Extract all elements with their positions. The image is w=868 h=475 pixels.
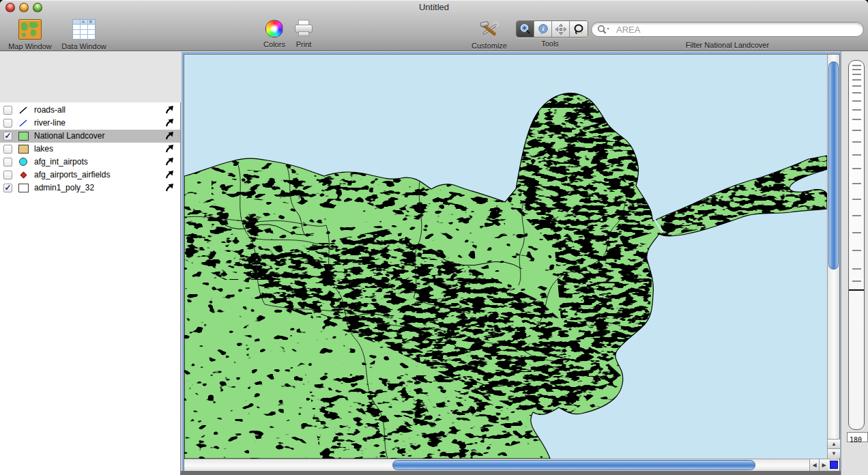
tools-group: Tools: [532, 40, 568, 48]
vertical-scrollbar[interactable]: ▲ ▼: [827, 55, 839, 459]
open-in-window-icon[interactable]: [165, 170, 174, 179]
layers-sidebar: roads-all river-line: [0, 102, 181, 475]
vertical-scrollbar-thumb[interactable]: [828, 61, 839, 270]
scroll-up-button[interactable]: ▲: [828, 439, 840, 448]
open-in-window-icon[interactable]: [165, 105, 174, 115]
scale-slider[interactable]: [848, 60, 865, 430]
zoom-tool-button[interactable]: [517, 21, 534, 37]
layer-name: lakes: [34, 144, 53, 154]
layer-checkbox[interactable]: [3, 171, 12, 179]
search-menu-arrow-icon: [607, 28, 609, 30]
titlebar[interactable]: Untitled: [0, 0, 868, 15]
layer-list: roads-all river-line: [0, 102, 180, 195]
tools-label: Tools: [541, 40, 559, 48]
scale-value-input[interactable]: [848, 435, 867, 444]
print-button[interactable]: Print: [292, 20, 315, 48]
search-icon[interactable]: [597, 25, 612, 35]
scroll-right-button[interactable]: ▶: [819, 459, 828, 471]
grow-box[interactable]: [830, 461, 838, 469]
line-symbol-icon: [18, 118, 29, 128]
layer-checkbox[interactable]: ✓: [3, 132, 12, 141]
layer-row-roads-all[interactable]: roads-all: [0, 104, 180, 117]
open-in-window-icon[interactable]: [165, 157, 174, 167]
data-window-button[interactable]: AB Data Window: [59, 19, 109, 51]
open-in-window-icon[interactable]: [165, 118, 174, 128]
data-window-label: Data Window: [59, 42, 109, 51]
layer-row-afg-int-airpots[interactable]: afg_int_airpots: [0, 156, 180, 169]
layer-checkbox[interactable]: [3, 158, 12, 167]
layer-row-admin1-poly-32[interactable]: ✓ admin1_poly_32: [0, 182, 180, 195]
horizontal-scrollbar[interactable]: ◀ ▶: [184, 459, 839, 471]
scroll-down-button[interactable]: ▼: [828, 448, 840, 458]
open-in-window-icon[interactable]: [165, 183, 174, 192]
print-label: Print: [292, 40, 315, 48]
layer-name: admin1_poly_32: [34, 183, 94, 192]
colors-label: Colors: [261, 40, 288, 48]
customize-label: Customize: [469, 42, 509, 50]
point-swatch-icon: [19, 158, 27, 166]
layer-checkbox[interactable]: [3, 145, 12, 154]
map-viewport[interactable]: [184, 55, 827, 459]
scale-panel: [841, 51, 868, 475]
info-tool-button[interactable]: i: [534, 21, 552, 37]
app-window: Untitled Map Window AB Data Window Co: [0, 0, 868, 475]
data-window-icon: AB: [72, 19, 96, 40]
polygon-swatch-icon: [18, 184, 29, 192]
layer-row-river-line[interactable]: river-line: [0, 117, 180, 130]
color-wheel-icon: [265, 20, 283, 38]
layer-row-afg-airports-airfields[interactable]: afg_airports_airfields: [0, 169, 180, 182]
window-title: Untitled: [0, 2, 868, 12]
lasso-tool-button[interactable]: [570, 21, 588, 37]
layer-checkbox[interactable]: [3, 106, 12, 115]
open-in-window-icon[interactable]: [165, 131, 174, 141]
layer-name: National Landcover: [34, 131, 104, 141]
open-in-window-icon[interactable]: [165, 144, 174, 154]
line-symbol-icon: [18, 105, 29, 115]
printer-icon: [294, 20, 313, 38]
info-tool-icon: i: [537, 23, 549, 35]
layer-name: afg_int_airpots: [34, 157, 88, 167]
colors-button[interactable]: Colors: [261, 20, 288, 48]
layer-name: roads-all: [34, 105, 66, 115]
zoom-tool-icon: [519, 23, 532, 35]
content-area: roads-all river-line: [0, 51, 868, 475]
layer-row-national-landcover[interactable]: ✓ National Landcover: [0, 130, 180, 143]
map-window-label: Map Window: [4, 42, 56, 51]
scale-slider-marker[interactable]: [849, 289, 864, 291]
diamond-swatch-icon: [20, 172, 27, 179]
pan-tool-icon: [555, 23, 567, 35]
layer-name: afg_airports_airfields: [34, 170, 110, 179]
window-header: Untitled Map Window AB Data Window Co: [0, 0, 868, 51]
map-canvas[interactable]: [184, 55, 827, 459]
map-window-button[interactable]: Map Window: [4, 19, 56, 51]
map-frame: ▲ ▼ ◀ ▶: [184, 55, 839, 471]
scale-value-box[interactable]: [847, 432, 868, 442]
layer-checkbox[interactable]: [3, 119, 12, 128]
filter-caption: Filter National Landcover: [591, 41, 864, 49]
polygon-swatch-icon: [18, 132, 29, 141]
window-bottom-edge: [181, 471, 868, 475]
customize-button[interactable]: Customize: [469, 20, 509, 50]
layer-name: river-line: [34, 118, 66, 128]
hammer-wrench-icon: [478, 20, 500, 39]
lasso-tool-icon: [573, 23, 585, 35]
layer-checkbox[interactable]: ✓: [3, 184, 12, 192]
polygon-swatch-icon: [18, 145, 29, 154]
search-input[interactable]: [615, 23, 854, 35]
layer-row-lakes[interactable]: lakes: [0, 143, 180, 156]
pan-tool-button[interactable]: [552, 21, 570, 37]
horizontal-scrollbar-thumb[interactable]: [392, 460, 755, 470]
scroll-left-button[interactable]: ◀: [809, 459, 819, 471]
tools-segmented-control: i: [516, 20, 588, 38]
map-window-icon: [18, 19, 42, 40]
search-field[interactable]: [591, 22, 864, 37]
